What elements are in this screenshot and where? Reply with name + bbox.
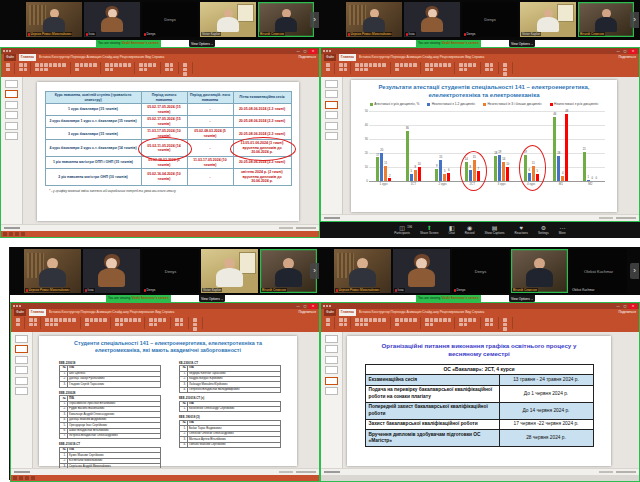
ribbon-command-icon[interactable]	[93, 63, 97, 67]
ribbon-command-icon[interactable]	[503, 318, 507, 322]
ribbon-command-icon[interactable]	[326, 68, 330, 72]
participant-tile[interactable]: DenysDenys	[452, 249, 509, 293]
ribbon-command-icon[interactable]	[35, 68, 39, 72]
ribbon-command-icon[interactable]	[382, 318, 386, 322]
ribbon-command-icon[interactable]	[503, 323, 507, 327]
ribbon-command-icon[interactable]	[45, 318, 49, 322]
ribbon-command-icon[interactable]	[355, 323, 359, 327]
ribbon-command-icon[interactable]	[16, 318, 20, 322]
participant-tile[interactable]: Інна	[393, 249, 450, 293]
ribbon-command-icon[interactable]	[404, 63, 408, 67]
taskbar-app-icon[interactable]	[21, 232, 25, 236]
ribbon-command-icon[interactable]	[34, 323, 38, 327]
ribbon-command-icon[interactable]	[120, 323, 124, 327]
maximize-button[interactable]: ▢	[622, 304, 628, 309]
ribbon-command-icon[interactable]	[425, 323, 429, 327]
toolbar-show-captions-button[interactable]: ▤Show Captions	[484, 225, 504, 236]
ribbon-command-icon[interactable]	[183, 72, 187, 76]
ribbon-command-icon[interactable]	[99, 318, 103, 322]
ribbon-command-icon[interactable]	[45, 323, 49, 327]
ppt-share-button[interactable]: Поделиться	[298, 310, 316, 314]
slide-thumbnail[interactable]	[325, 90, 338, 98]
ribbon-command-icon[interactable]	[85, 323, 89, 327]
ribbon-command-icon[interactable]	[50, 323, 54, 327]
ribbon-command-icon[interactable]	[50, 318, 54, 322]
taskbar-app-icon[interactable]	[19, 476, 23, 480]
ribbon-command-icon[interactable]	[6, 63, 10, 67]
ribbon-command-icon[interactable]	[75, 68, 79, 72]
ribbon-command-icon[interactable]	[44, 63, 48, 67]
ribbon-command-icon[interactable]	[35, 63, 39, 67]
taskbar-app-icon[interactable]	[9, 232, 13, 236]
toolbar-share-screen-button[interactable]: ⬆Share Screen	[420, 225, 438, 236]
ribbon-command-icon[interactable]	[124, 318, 128, 322]
ribbon-command-icon[interactable]	[85, 318, 89, 322]
ribbon-command-icon[interactable]	[49, 63, 53, 67]
ribbon-command-icon[interactable]	[434, 63, 438, 67]
participant-tile[interactable]: Віталій Семенов	[258, 2, 314, 37]
taskbar-app-icon[interactable]	[25, 476, 29, 480]
ribbon-command-icon[interactable]	[129, 318, 133, 322]
ribbon-command-icon[interactable]	[115, 323, 119, 327]
ribbon-command-icon[interactable]	[434, 318, 438, 322]
ribbon-command-icon[interactable]	[89, 63, 93, 67]
ribbon-command-icon[interactable]	[44, 68, 48, 72]
scroll-participants-right-button[interactable]: ›	[310, 12, 319, 28]
ribbon-command-icon[interactable]	[119, 63, 123, 67]
participant-tile[interactable]: Віталій Семенов	[260, 249, 317, 293]
ribbon-command-icon[interactable]	[105, 68, 109, 72]
scroll-participants-right-button[interactable]: ›	[630, 263, 639, 279]
ribbon-command-icon[interactable]	[6, 68, 10, 72]
ribbon-command-icon[interactable]	[339, 63, 343, 67]
minimize-button[interactable]: —	[295, 49, 301, 54]
ribbon-command-icon[interactable]	[339, 318, 343, 322]
ribbon-command-icon[interactable]	[80, 63, 84, 67]
ribbon-command-icon[interactable]	[364, 318, 368, 322]
slide-thumbnail[interactable]	[325, 132, 338, 140]
ribbon-tabs[interactable]: Вставка Конструктор Переходы Анимация Сл…	[359, 310, 616, 314]
taskbar-app-icon[interactable]	[13, 476, 17, 480]
close-button[interactable]: ✕	[309, 304, 317, 309]
ribbon-command-icon[interactable]	[344, 323, 348, 327]
ppt-share-button[interactable]: Поделиться	[618, 310, 636, 314]
ribbon-command-icon[interactable]	[75, 63, 79, 67]
ribbon-command-icon[interactable]	[344, 68, 348, 72]
ribbon-command-icon[interactable]	[439, 63, 443, 67]
ribbon-command-icon[interactable]	[409, 318, 413, 322]
quick-access-toolbar[interactable]	[3, 50, 11, 52]
ribbon-command-icon[interactable]	[360, 323, 364, 327]
view-options-button[interactable]: View Options ⌄	[199, 295, 225, 302]
participant-tile[interactable]: Чернов Роман Миколайович	[346, 2, 402, 37]
maximize-button[interactable]: ▢	[302, 304, 308, 309]
view-options-button[interactable]: View Options ⌄	[509, 40, 535, 47]
ribbon-command-icon[interactable]	[123, 63, 127, 67]
quick-access-toolbar[interactable]	[323, 50, 331, 52]
ribbon-command-icon[interactable]	[485, 318, 489, 322]
ribbon-command-icon[interactable]	[364, 68, 368, 72]
ribbon-command-icon[interactable]	[148, 63, 152, 67]
ribbon-command-icon[interactable]	[139, 68, 143, 72]
ribbon-command-icon[interactable]	[464, 318, 468, 322]
ribbon-command-icon[interactable]	[170, 68, 174, 72]
ribbon-command-icon[interactable]	[364, 323, 368, 327]
ppt-share-button[interactable]: Поделиться	[298, 55, 316, 59]
ribbon-command-icon[interactable]	[490, 318, 494, 322]
ribbon-command-icon[interactable]	[485, 323, 489, 327]
toolbar-participants-button[interactable]: ◫196Participants	[394, 225, 410, 236]
ribbon-command-icon[interactable]	[193, 327, 197, 331]
ribbon-command-icon[interactable]	[193, 318, 197, 322]
ribbon-tabs[interactable]: Вставка Конструктор Переходы Анимация Сл…	[39, 55, 296, 59]
ribbon-command-icon[interactable]	[430, 318, 434, 322]
ribbon-command-icon[interactable]	[16, 323, 20, 327]
participant-tile[interactable]: DenysDenys	[142, 2, 198, 37]
ribbon-command-icon[interactable]	[163, 318, 167, 322]
quick-access-toolbar[interactable]	[323, 305, 331, 307]
ribbon-command-icon[interactable]	[326, 318, 330, 322]
ribbon-command-icon[interactable]	[503, 68, 507, 72]
ribbon-command-icon[interactable]	[360, 318, 364, 322]
quick-access-toolbar[interactable]	[13, 305, 21, 307]
ribbon-command-icon[interactable]	[94, 318, 98, 322]
close-button[interactable]: ✕	[629, 49, 637, 54]
ribbon-command-icon[interactable]	[110, 63, 114, 67]
ribbon-command-icon[interactable]	[395, 68, 399, 72]
